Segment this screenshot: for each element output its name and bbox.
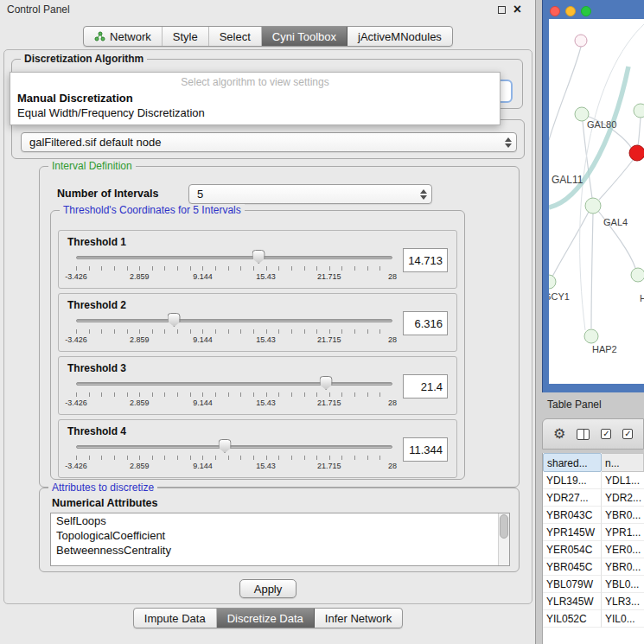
zoom-traffic-light[interactable] [581,6,591,16]
table-row[interactable]: YBR043CYBR0... [543,507,644,524]
tab-discretize-data[interactable]: Discretize Data [217,609,315,628]
tick-label: -3.426 [65,272,87,281]
tick-label: 21.715 [317,399,341,407]
highlighted-edge[interactable] [549,67,628,207]
node-label: GAL11 [552,174,583,186]
table-row[interactable]: YBL079WYBL0... [543,576,644,593]
table-row[interactable]: YLR345WYLR3... [543,593,644,610]
tick-label: 15.43 [256,399,276,407]
gear-icon[interactable]: ⚙ [553,427,565,441]
tick-label: -3.426 [65,462,87,470]
table-row[interactable]: YER054CYER0... [543,541,644,558]
threshold-value-field[interactable]: 21.4 [403,374,448,399]
slider-track[interactable] [76,445,392,449]
threshold-value-field[interactable]: 14.713 [403,248,448,272]
tick-label: 28 [388,399,397,407]
close-traffic-light[interactable] [550,6,560,16]
node-label: GCY1 [549,291,570,302]
tab-network-label: Network [110,30,151,43]
threshold-value-field[interactable]: 6.316 [403,311,448,335]
tick-label: 15.43 [256,462,276,470]
network-node[interactable] [549,275,556,289]
apply-button[interactable]: Apply [239,579,296,598]
numerical-attributes-label: Numerical Attributes [52,497,157,509]
list-item[interactable]: BetweennessCentrality [51,543,509,558]
thresholds-group: Threshold's Coordinates for 5 Intervals … [50,210,465,480]
threshold-label: Threshold 2 [67,299,126,311]
tab-infer-network[interactable]: Infer Network [315,609,402,628]
tab-select[interactable]: Select [209,27,262,46]
list-scrollbar[interactable] [498,513,509,565]
slider-track[interactable] [76,382,392,386]
threshold-slider[interactable]: -3.426 2.859 9.144 15.43 21.715 28 [76,250,392,286]
tab-impute-data[interactable]: Impute Data [134,609,217,628]
control-panel-titlebar: Control Panel × [0,0,535,19]
slider-track[interactable] [76,319,392,322]
threshold-slider[interactable]: -3.426 2.859 9.144 15.43 21.715 28 [76,313,392,349]
slider-thumb[interactable] [168,313,181,327]
number-of-intervals-select[interactable]: 5 [188,184,432,204]
node-label: HAP2 [592,344,617,354]
tick-label: 9.144 [193,272,213,281]
column-header-name[interactable]: n... [602,453,644,472]
list-item[interactable]: TopologicalCoefficient [51,528,509,543]
column-header-shared-name[interactable]: shared... [543,453,602,472]
algorithm-option-equal-width[interactable]: Equal Width/Frequency Discretization [10,105,500,120]
slider-tick-labels: -3.426 2.859 9.144 15.43 21.715 28 [76,272,392,282]
threshold-label: Threshold 1 [67,236,126,248]
table-row[interactable]: YDR27...YDR2... [543,489,644,507]
scrollbar-thumb[interactable] [500,514,508,539]
tab-cyni-toolbox[interactable]: Cyni Toolbox [262,27,348,46]
threshold-slider[interactable]: -3.426 2.859 9.144 15.43 21.715 28 [76,439,392,475]
number-of-intervals-value: 5 [197,188,415,201]
slider-thumb[interactable] [219,439,232,453]
list-item[interactable]: SelfLoops [51,513,509,528]
checkbox-icon[interactable]: ✓ [622,429,633,439]
attributes-list: SelfLoops TopologicalCoefficient Between… [50,513,510,566]
network-node[interactable] [585,198,601,214]
table-row[interactable]: YDL19...YDL1... [543,472,644,489]
network-node[interactable] [634,104,644,118]
network-node[interactable] [575,35,587,47]
node-label: GAL80 [587,119,616,130]
threshold-panel-4: Threshold 4 -3.426 2.859 9.144 15.43 21.… [58,419,457,478]
top-tabbar: Network Style Select Cyni Toolbox jActiv… [0,26,536,47]
slider-track[interactable] [76,256,392,259]
tick-label: 28 [388,462,397,470]
threshold-label: Threshold 4 [67,425,126,437]
table-row[interactable]: YPR145WYPR1... [543,524,644,541]
attributes-group: Attributes to discretize Numerical Attri… [39,488,520,572]
discretization-algorithm-group-title: Discretization Algorithm [21,53,147,65]
selected-red-node[interactable] [629,145,644,161]
tick-label: 15.43 [256,335,276,344]
slider-thumb[interactable] [252,250,265,264]
close-icon[interactable]: × [513,3,521,16]
threshold-panel-1: Threshold 1 -3.426 2.859 9.144 15.43 21.… [58,230,457,289]
tab-jactivemnodules[interactable]: jActiveMNodules [348,27,452,46]
columns-icon[interactable] [577,429,590,440]
table-data-select[interactable]: galFiltered.sif default node [21,132,517,152]
slider-thumb[interactable] [320,376,333,390]
slider-ticks [76,392,392,397]
tab-style[interactable]: Style [163,27,209,46]
network-view-window: GAL80 GAL11 GAL4 GCY1 HAP2 H [542,0,644,392]
node-label: GAL4 [603,217,628,227]
tab-network[interactable]: Network [84,27,163,46]
tick-label: 2.859 [130,335,150,344]
network-graph[interactable]: GAL80 GAL11 GAL4 GCY1 HAP2 H [549,19,644,384]
slider-tick-labels: -3.426 2.859 9.144 15.43 21.715 28 [76,335,392,345]
algorithm-option-manual[interactable]: Manual Discretization [10,91,500,105]
threshold-value-field[interactable]: 11.344 [403,437,448,462]
minimize-traffic-light[interactable] [565,6,576,16]
interval-definition-group: Interval Definition Number of Intervals … [39,166,520,488]
float-window-icon[interactable] [498,6,506,14]
threshold-slider[interactable]: -3.426 2.859 9.144 15.43 21.715 28 [76,376,392,412]
table-row[interactable]: YIL052CYIL0... [543,610,644,628]
network-node[interactable] [584,329,598,343]
network-node[interactable] [631,268,644,282]
checkbox-icon[interactable]: ✓ [601,429,611,439]
table-row[interactable]: YBR045CYBR0... [543,558,644,576]
algorithm-dropdown-list: Select algorithm to view settings Manual… [10,72,501,125]
network-canvas[interactable]: GAL80 GAL11 GAL4 GCY1 HAP2 H [549,19,644,384]
window-title: Control Panel [7,3,70,16]
